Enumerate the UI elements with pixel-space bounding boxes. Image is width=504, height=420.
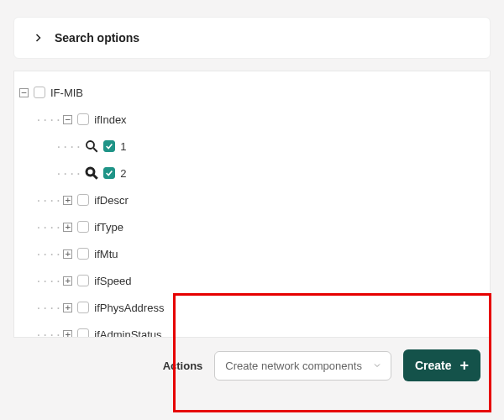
create-button[interactable]: Create +	[403, 349, 480, 381]
svg-point-2	[87, 168, 94, 176]
actions-select[interactable]: Create network components	[214, 351, 391, 381]
search-icon[interactable]	[83, 165, 100, 181]
expand-icon[interactable]: +	[63, 196, 72, 205]
tree-leaf-label: 2	[120, 167, 126, 180]
checkbox-root[interactable]	[34, 87, 45, 98]
tree-node-ifindex[interactable]: .... − ifIndex	[18, 108, 488, 130]
tree-node-label: ifSpeed	[94, 275, 131, 287]
tree-connector: ....	[35, 326, 61, 339]
tree-node-root[interactable]: − IF-MIB	[18, 81, 488, 103]
tree-connector: ....	[55, 138, 81, 150]
mib-tree[interactable]: − IF-MIB .... − ifIndex .... 1 ....	[13, 71, 491, 338]
tree-node-label: ifIndex	[94, 113, 126, 126]
tree-connector: ....	[35, 218, 61, 231]
tree-leaf-label: 1	[120, 140, 126, 153]
expand-icon[interactable]: +	[63, 276, 72, 286]
tree-node-label: IF-MIB	[50, 87, 83, 99]
tree-node-label: ifType	[94, 221, 123, 234]
collapse-icon[interactable]: −	[63, 115, 72, 124]
checkbox-ifadminstatus[interactable]	[77, 328, 89, 338]
actions-label: Actions	[163, 360, 203, 372]
checkbox-leaf-1[interactable]	[103, 140, 115, 152]
tree-connector: ....	[55, 165, 81, 177]
svg-line-3	[94, 175, 98, 179]
checkbox-iftype[interactable]	[77, 221, 89, 233]
plus-icon: +	[459, 358, 469, 373]
svg-line-1	[94, 148, 98, 152]
tree-node-label: ifPhysAddress	[94, 302, 164, 314]
tree-node-ifdescr[interactable]: .... + ifDescr	[18, 189, 488, 211]
tree-connector: ....	[35, 272, 61, 285]
tree-node-ifphysaddress[interactable]: .... + ifPhysAddress	[18, 297, 488, 318]
collapse-icon[interactable]: −	[19, 88, 29, 97]
expand-icon[interactable]: +	[63, 330, 72, 339]
checkbox-ifphysaddress[interactable]	[77, 302, 89, 313]
tree-connector: ....	[35, 111, 61, 123]
checkbox-ifspeed[interactable]	[77, 275, 89, 286]
create-button-label: Create	[415, 359, 452, 372]
tree-node-ifmtu[interactable]: .... + ifMtu	[18, 243, 488, 265]
tree-leaf[interactable]: .... 1	[18, 135, 488, 157]
expand-icon[interactable]: +	[63, 303, 72, 312]
tree-node-ifspeed[interactable]: .... + ifSpeed	[18, 270, 488, 291]
expand-icon[interactable]: +	[63, 223, 72, 232]
svg-point-0	[87, 141, 94, 149]
tree-leaf[interactable]: .... 2	[18, 162, 488, 184]
tree-node-label: ifDescr	[94, 194, 128, 207]
tree-connector: ....	[35, 192, 61, 204]
tree-node-ifadminstatus[interactable]: .... + ifAdminStatus	[18, 323, 488, 338]
tree-node-label: ifAdminStatus	[94, 328, 161, 339]
checkbox-leaf-2[interactable]	[103, 167, 115, 179]
checkbox-ifmtu[interactable]	[77, 248, 89, 260]
actions-select-value: Create network components	[225, 360, 362, 372]
expand-icon[interactable]: +	[63, 249, 72, 259]
check-icon	[105, 169, 113, 177]
chevron-down-icon	[372, 360, 382, 370]
search-options-label: Search options	[55, 31, 139, 45]
checkbox-ifindex[interactable]	[77, 113, 89, 125]
tree-node-label: ifMtu	[94, 248, 118, 260]
tree-node-iftype[interactable]: .... + ifType	[18, 216, 488, 238]
checkbox-ifdescr[interactable]	[77, 194, 89, 206]
chevron-right-icon	[33, 33, 43, 43]
check-icon	[105, 142, 113, 150]
search-icon[interactable]	[83, 138, 100, 155]
actions-bar: Actions Create network components Create…	[13, 338, 491, 395]
tree-connector: ....	[35, 245, 61, 258]
search-options-panel[interactable]: Search options	[13, 17, 491, 59]
tree-connector: ....	[35, 299, 61, 312]
